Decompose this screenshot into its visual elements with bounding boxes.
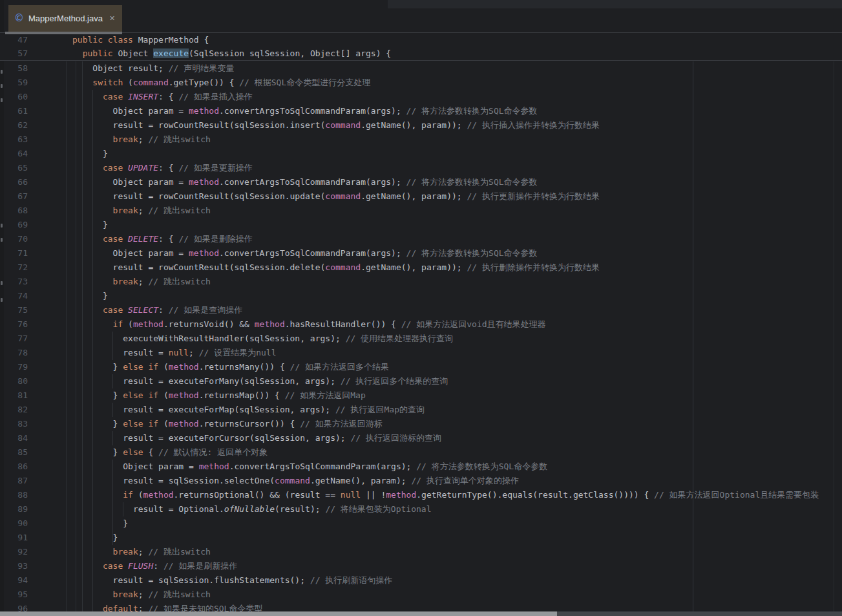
code-text[interactable]: case INSERT: { // 如果是插入操作 (72, 90, 253, 104)
code-text[interactable]: break; // 跳出switch (72, 545, 211, 559)
line-number[interactable]: 73 (0, 275, 28, 289)
code-line[interactable]: 71 Object param = method.convertArgsToSq… (0, 246, 842, 260)
line-number[interactable]: 87 (0, 474, 28, 488)
code-text[interactable]: } else if (method.returnsMany()) { // 如果… (72, 360, 389, 374)
code-line[interactable]: 80 result = executeForMany(sqlSession, a… (0, 374, 842, 388)
code-text[interactable]: result = Optional.ofNullable(result); //… (72, 502, 431, 516)
code-line[interactable]: 74 } (0, 289, 842, 303)
line-number[interactable]: 93 (0, 559, 28, 573)
code-text[interactable]: } (72, 147, 108, 161)
code-text[interactable]: public class MapperMethod { (72, 33, 209, 47)
line-number[interactable]: 78 (0, 346, 28, 360)
h-scrollbar-thumb[interactable] (0, 611, 557, 616)
code-text[interactable]: if (method.returnsVoid() && method.hasRe… (72, 317, 546, 332)
line-number[interactable]: 60 (0, 90, 28, 104)
code-text[interactable]: } else { // 默认情况: 返回单个对象 (72, 445, 268, 460)
code-text[interactable]: result = rowCountResult(sqlSession.updat… (72, 189, 600, 204)
code-line[interactable]: 62 result = rowCountResult(sqlSession.in… (0, 118, 842, 133)
code-text[interactable]: } (72, 516, 128, 531)
code-line[interactable]: 65 case UPDATE: { // 如果是更新操作 (0, 161, 842, 175)
code-line[interactable]: 68 break; // 跳出switch (0, 204, 842, 218)
code-line[interactable]: 85 } else { // 默认情况: 返回单个对象 (0, 445, 842, 460)
code-text[interactable]: result = rowCountResult(sqlSession.inser… (72, 118, 600, 133)
line-number[interactable]: 69 (0, 218, 28, 232)
line-number[interactable]: 57 (0, 47, 28, 60)
code-text[interactable]: Object param = method.convertArgsToSqlCo… (72, 460, 547, 474)
code-line[interactable]: 84 result = executeForCursor(sqlSession,… (0, 431, 842, 445)
code-line[interactable]: 87 result = sqlSession.selectOne(command… (0, 474, 842, 488)
code-text[interactable]: break; // 跳出switch (72, 588, 211, 602)
code-text[interactable]: case SELECT: // 如果是查询操作 (72, 303, 242, 317)
line-number[interactable]: 85 (0, 445, 28, 460)
code-text[interactable]: } (72, 289, 108, 303)
code-line[interactable]: 72 result = rowCountResult(sqlSession.de… (0, 260, 842, 275)
code-line[interactable]: 63 break; // 跳出switch (0, 133, 842, 147)
code-line[interactable]: 67 result = rowCountResult(sqlSession.up… (0, 189, 842, 204)
code-line[interactable]: 58 Object result; // 声明结果变量 (0, 61, 842, 76)
code-text[interactable]: switch (command.getType()) { // 根据SQL命令类… (72, 76, 370, 90)
line-number[interactable]: 76 (0, 317, 28, 332)
line-number[interactable]: 79 (0, 360, 28, 374)
code-text[interactable]: case FLUSH: // 如果是刷新操作 (72, 559, 237, 573)
code-text[interactable]: if (method.returnsOptional() && (result … (72, 488, 819, 502)
code-line[interactable]: 75 case SELECT: // 如果是查询操作 (0, 303, 842, 317)
line-number[interactable]: 90 (0, 516, 28, 531)
code-line[interactable]: 76 if (method.returnsVoid() && method.ha… (0, 317, 842, 332)
line-number[interactable]: 83 (0, 417, 28, 431)
code-line[interactable]: 94 result = sqlSession.flushStatements()… (0, 573, 842, 588)
line-number[interactable]: 72 (0, 260, 28, 275)
line-number[interactable]: 75 (0, 303, 28, 317)
code-line[interactable]: 86 Object param = method.convertArgsToSq… (0, 460, 842, 474)
code-line[interactable]: 79 } else if (method.returnsMany()) { //… (0, 360, 842, 374)
code-line[interactable]: 47public class MapperMethod { (0, 33, 842, 47)
line-number[interactable]: 74 (0, 289, 28, 303)
line-number[interactable]: 64 (0, 147, 28, 161)
code-line[interactable]: 95 break; // 跳出switch (0, 588, 842, 602)
line-number[interactable]: 82 (0, 403, 28, 417)
code-text[interactable]: break; // 跳出switch (72, 275, 211, 289)
code-line[interactable]: 70 case DELETE: { // 如果是删除操作 (0, 232, 842, 246)
line-number[interactable]: 58 (0, 61, 28, 76)
line-number[interactable]: 81 (0, 388, 28, 403)
code-text[interactable]: result = executeForMany(sqlSession, args… (72, 374, 448, 388)
code-line[interactable]: 61 Object param = method.convertArgsToSq… (0, 104, 842, 118)
code-text[interactable]: Object param = method.convertArgsToSqlCo… (72, 104, 538, 118)
line-number[interactable]: 70 (0, 232, 28, 246)
line-number[interactable]: 63 (0, 133, 28, 147)
code-line[interactable]: 66 Object param = method.convertArgsToSq… (0, 175, 842, 189)
code-line[interactable]: 64 } (0, 147, 842, 161)
code-line[interactable]: 81 } else if (method.returnsMap()) { // … (0, 388, 842, 403)
code-text[interactable]: case DELETE: { // 如果是删除操作 (72, 232, 253, 246)
horizontal-scrollbar[interactable] (0, 611, 842, 616)
line-number[interactable]: 62 (0, 118, 28, 133)
code-text[interactable]: executeWithResultHandler(sqlSession, arg… (72, 332, 453, 346)
code-line[interactable]: 69 } (0, 218, 842, 232)
editor-tab-mappermethod[interactable]: © MapperMethod.java ✕ (8, 5, 122, 32)
code-line[interactable]: 93 case FLUSH: // 如果是刷新操作 (0, 559, 842, 573)
code-line[interactable]: 83 } else if (method.returnsCursor()) { … (0, 417, 842, 431)
line-number[interactable]: 47 (0, 33, 28, 47)
line-number[interactable]: 77 (0, 332, 28, 346)
code-text[interactable]: } else if (method.returnsMap()) { // 如果方… (72, 388, 366, 403)
code-line[interactable]: 59 switch (command.getType()) { // 根据SQL… (0, 76, 842, 90)
line-number[interactable]: 59 (0, 76, 28, 90)
code-text[interactable]: } (72, 218, 108, 232)
code-text[interactable]: result = rowCountResult(sqlSession.delet… (72, 260, 600, 275)
code-text[interactable]: Object param = method.convertArgsToSqlCo… (72, 246, 538, 260)
code-text[interactable]: result = executeForMap(sqlSession, args)… (72, 403, 425, 417)
code-line[interactable]: 88 if (method.returnsOptional() && (resu… (0, 488, 842, 502)
line-number[interactable]: 68 (0, 204, 28, 218)
line-number[interactable]: 65 (0, 161, 28, 175)
line-number[interactable]: 95 (0, 588, 28, 602)
code-line[interactable]: 60 case INSERT: { // 如果是插入操作 (0, 90, 842, 104)
code-line[interactable]: 90 } (0, 516, 842, 531)
code-text[interactable]: result = sqlSession.selectOne(command.ge… (72, 474, 519, 488)
code-line[interactable]: 82 result = executeForMap(sqlSession, ar… (0, 403, 842, 417)
line-number[interactable]: 89 (0, 502, 28, 516)
line-number[interactable]: 84 (0, 431, 28, 445)
line-number[interactable]: 71 (0, 246, 28, 260)
tab-close-icon[interactable]: ✕ (109, 14, 115, 23)
code-line[interactable]: 89 result = Optional.ofNullable(result);… (0, 502, 842, 516)
line-number[interactable]: 80 (0, 374, 28, 388)
line-number[interactable]: 86 (0, 460, 28, 474)
